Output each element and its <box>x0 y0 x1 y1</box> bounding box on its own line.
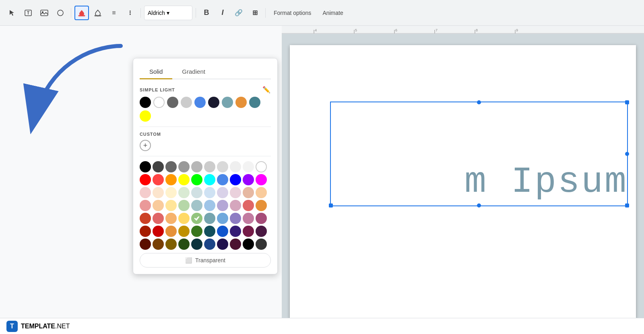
grid-color-swatch[interactable] <box>243 213 254 224</box>
shape-tool-button[interactable] <box>53 6 68 20</box>
grid-color-swatch[interactable] <box>217 174 228 185</box>
grid-color-swatch[interactable] <box>256 161 267 172</box>
grid-color-swatch[interactable] <box>191 200 202 211</box>
tab-gradient[interactable]: Gradient <box>172 65 215 79</box>
grid-color-swatch[interactable] <box>153 161 164 172</box>
handle-bottom[interactable] <box>477 203 481 207</box>
grid-color-swatch[interactable] <box>191 187 202 198</box>
grid-color-swatch[interactable] <box>217 161 228 172</box>
grid-color-swatch[interactable] <box>178 187 190 198</box>
simple-color-swatch[interactable] <box>249 97 260 108</box>
grid-color-swatch[interactable] <box>256 187 267 198</box>
link-button[interactable]: 🔗 <box>231 6 246 20</box>
simple-color-swatch[interactable] <box>208 97 219 108</box>
align-button[interactable]: ≡ <box>107 6 121 20</box>
grid-color-swatch[interactable] <box>230 174 241 185</box>
animate-button[interactable]: Animate <box>318 6 348 20</box>
font-selector[interactable]: Aldrich ▾ <box>144 6 192 20</box>
insert-special-button[interactable]: ⊞ <box>248 6 262 20</box>
grid-color-swatch[interactable] <box>204 213 215 224</box>
handle-right[interactable] <box>625 152 629 156</box>
grid-color-swatch[interactable] <box>256 174 267 185</box>
grid-color-swatch[interactable] <box>217 213 228 224</box>
grid-color-swatch[interactable] <box>140 187 151 198</box>
grid-color-swatch[interactable] <box>153 226 164 237</box>
handle-top[interactable] <box>477 100 481 104</box>
grid-color-swatch[interactable] <box>243 174 254 185</box>
grid-color-swatch[interactable] <box>191 213 202 224</box>
grid-color-swatch[interactable] <box>243 200 254 211</box>
grid-color-swatch[interactable] <box>191 174 202 185</box>
grid-color-swatch[interactable] <box>230 200 241 211</box>
grid-color-swatch[interactable] <box>243 226 254 237</box>
grid-color-swatch[interactable] <box>140 174 151 185</box>
grid-color-swatch[interactable] <box>243 239 254 250</box>
transparent-button[interactable]: ⬜ Transparent <box>140 253 271 268</box>
grid-color-swatch[interactable] <box>165 174 177 185</box>
grid-color-swatch[interactable] <box>153 239 164 250</box>
grid-color-swatch[interactable] <box>243 161 254 172</box>
grid-color-swatch[interactable] <box>204 174 215 185</box>
grid-color-swatch[interactable] <box>165 187 177 198</box>
grid-color-swatch[interactable] <box>140 161 151 172</box>
grid-color-swatch[interactable] <box>256 239 267 250</box>
grid-color-swatch[interactable] <box>140 226 151 237</box>
grid-color-swatch[interactable] <box>256 200 267 211</box>
grid-color-swatch[interactable] <box>178 239 190 250</box>
grid-color-swatch[interactable] <box>178 174 190 185</box>
handle-bottom-right[interactable] <box>625 203 629 207</box>
image-tool-button[interactable] <box>37 6 52 20</box>
simple-color-swatch[interactable] <box>153 97 165 108</box>
border-color-button[interactable] <box>91 6 105 20</box>
grid-color-swatch[interactable] <box>243 187 254 198</box>
grid-color-swatch[interactable] <box>230 213 241 224</box>
handle-top-right[interactable] <box>625 100 629 104</box>
simple-color-swatch[interactable] <box>140 97 151 108</box>
grid-color-swatch[interactable] <box>140 213 151 224</box>
grid-color-swatch[interactable] <box>178 200 190 211</box>
grid-color-swatch[interactable] <box>256 213 267 224</box>
grid-color-swatch[interactable] <box>165 161 177 172</box>
tab-solid[interactable]: Solid <box>140 65 172 79</box>
grid-color-swatch[interactable] <box>165 213 177 224</box>
grid-color-swatch[interactable] <box>217 226 228 237</box>
grid-color-swatch[interactable] <box>204 187 215 198</box>
grid-color-swatch[interactable] <box>153 213 164 224</box>
grid-color-swatch[interactable] <box>191 226 202 237</box>
grid-color-swatch[interactable] <box>165 239 177 250</box>
simple-color-swatch[interactable] <box>235 97 247 108</box>
bold-button[interactable]: B <box>199 6 214 20</box>
grid-color-swatch[interactable] <box>153 200 164 211</box>
text-tool-button[interactable]: T <box>21 6 35 20</box>
canvas-area[interactable]: 4 5 6 7 8 9 m Ipsum <box>282 26 644 334</box>
grid-color-swatch[interactable] <box>217 187 228 198</box>
grid-color-swatch[interactable] <box>191 161 202 172</box>
grid-color-swatch[interactable] <box>178 226 190 237</box>
grid-color-swatch[interactable] <box>230 226 241 237</box>
grid-color-swatch[interactable] <box>153 174 164 185</box>
grid-color-swatch[interactable] <box>178 161 190 172</box>
select-tool-button[interactable] <box>5 6 19 20</box>
grid-color-swatch[interactable] <box>204 226 215 237</box>
slide-canvas[interactable]: m Ipsum <box>290 45 636 319</box>
grid-color-swatch[interactable] <box>217 239 228 250</box>
italic-button[interactable]: I <box>215 6 230 20</box>
edit-theme-icon[interactable]: ✏️ <box>262 86 271 93</box>
format-options-button[interactable]: Format options <box>269 6 316 20</box>
fill-color-button[interactable] <box>74 6 89 20</box>
simple-color-swatch[interactable] <box>194 97 206 108</box>
handle-bottom-left[interactable] <box>329 203 333 207</box>
simple-color-swatch[interactable] <box>181 97 192 108</box>
grid-color-swatch[interactable] <box>140 200 151 211</box>
grid-color-swatch[interactable] <box>165 200 177 211</box>
grid-color-swatch[interactable] <box>230 239 241 250</box>
column-button[interactable]: ⫶ <box>123 6 137 20</box>
grid-color-swatch[interactable] <box>256 226 267 237</box>
grid-color-swatch[interactable] <box>140 239 151 250</box>
grid-color-swatch[interactable] <box>204 200 215 211</box>
grid-color-swatch[interactable] <box>204 239 215 250</box>
grid-color-swatch[interactable] <box>153 187 164 198</box>
simple-color-swatch[interactable] <box>167 97 178 108</box>
simple-color-swatch[interactable] <box>140 110 151 122</box>
simple-color-swatch[interactable] <box>222 97 233 108</box>
